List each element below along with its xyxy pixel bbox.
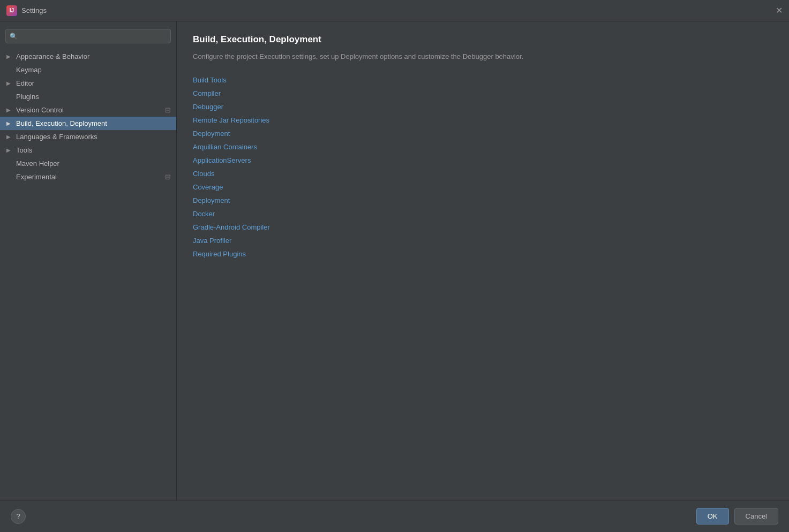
sidebar-item-label: Editor — [16, 79, 171, 87]
sidebar-item-label: Maven Helper — [16, 159, 171, 168]
arrow-icon: ▶ — [6, 80, 13, 86]
arrow-icon: ▶ — [6, 134, 13, 140]
content-link-arquillian-containers[interactable]: Arquillian Containers — [193, 142, 773, 152]
sidebar-item-label: Plugins — [16, 93, 171, 101]
window-title: Settings — [21, 6, 775, 14]
sidebar-item-plugins[interactable]: Plugins — [0, 90, 176, 103]
content-links-list: Build ToolsCompilerDebuggerRemote Jar Re… — [193, 75, 773, 259]
sidebar-item-languages-frameworks[interactable]: ▶ Languages & Frameworks — [0, 130, 176, 143]
sidebar-item-label: Build, Execution, Deployment — [16, 119, 171, 127]
arrow-icon: ▶ — [6, 107, 13, 113]
content-link-remote-jar-repos[interactable]: Remote Jar Repositories — [193, 115, 773, 125]
content-link-deployment2[interactable]: Deployment — [193, 195, 773, 206]
sidebar-item-experimental[interactable]: Experimental ⊟ — [0, 170, 176, 184]
content-link-application-servers[interactable]: ApplicationServers — [193, 155, 773, 165]
sidebar-item-label: Tools — [16, 146, 171, 154]
nav-section: ▶ Appearance & Behavior Keymap ▶ Editor … — [0, 49, 176, 185]
sidebar-item-appearance-behavior[interactable]: ▶ Appearance & Behavior — [0, 50, 176, 63]
sidebar-item-label: Languages & Frameworks — [16, 133, 171, 141]
bottom-bar: ? OK Cancel — [0, 500, 789, 532]
content-link-java-profiler[interactable]: Java Profiler — [193, 235, 773, 246]
arrow-icon: ▶ — [6, 147, 13, 153]
cancel-button[interactable]: Cancel — [734, 508, 778, 525]
sidebar-item-label: Keymap — [16, 66, 171, 74]
arrow-icon: ▶ — [6, 54, 13, 59]
arrow-icon: ▶ — [6, 120, 13, 126]
sidebar-item-label: Version Control — [16, 106, 163, 114]
content-link-coverage[interactable]: Coverage — [193, 182, 773, 192]
sidebar-item-version-control[interactable]: ▶ Version Control ⊟ — [0, 103, 176, 117]
sidebar-item-label: Experimental — [16, 173, 163, 181]
titlebar: IJ Settings ✕ — [0, 0, 789, 21]
sidebar-item-maven-helper[interactable]: Maven Helper — [0, 157, 176, 170]
content-link-deployment[interactable]: Deployment — [193, 128, 773, 139]
content-link-required-plugins[interactable]: Required Plugins — [193, 249, 773, 259]
app-icon: IJ — [6, 5, 17, 16]
sidebar-item-build-execution-deployment[interactable]: ▶ Build, Execution, Deployment — [0, 117, 176, 130]
sidebar-item-label: Appearance & Behavior — [16, 52, 171, 60]
search-box: 🔍 — [5, 29, 171, 43]
close-button[interactable]: ✕ — [775, 7, 783, 14]
content-link-build-tools[interactable]: Build Tools — [193, 75, 773, 85]
content-link-debugger[interactable]: Debugger — [193, 102, 773, 112]
content-link-compiler[interactable]: Compiler — [193, 88, 773, 98]
window-body: 🔍 ▶ Appearance & Behavior Keymap ▶ Edito… — [0, 21, 789, 500]
ok-button[interactable]: OK — [696, 508, 729, 525]
settings-icon: ⊟ — [165, 173, 171, 181]
sidebar: 🔍 ▶ Appearance & Behavior Keymap ▶ Edito… — [0, 21, 177, 500]
sidebar-item-tools[interactable]: ▶ Tools — [0, 143, 176, 157]
page-title: Build, Execution, Deployment — [193, 34, 773, 45]
content-link-clouds[interactable]: Clouds — [193, 169, 773, 179]
main-content: Build, Execution, Deployment Configure t… — [177, 21, 789, 500]
sidebar-item-keymap[interactable]: Keymap — [0, 63, 176, 77]
page-description: Configure the project Execution settings… — [193, 51, 773, 62]
search-input[interactable] — [5, 29, 171, 43]
help-button[interactable]: ? — [11, 509, 26, 524]
content-link-docker[interactable]: Docker — [193, 209, 773, 219]
sidebar-item-editor[interactable]: ▶ Editor — [0, 77, 176, 90]
content-link-gradle-android-compiler[interactable]: Gradle-Android Compiler — [193, 222, 773, 232]
search-icon: 🔍 — [10, 33, 18, 40]
settings-icon: ⊟ — [165, 106, 171, 114]
